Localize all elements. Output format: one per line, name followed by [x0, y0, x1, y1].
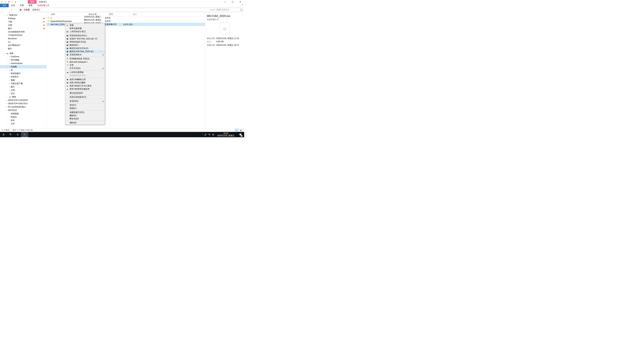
nav-lib-item[interactable]: ▪文档: [0, 88, 46, 92]
nav-tail-item[interactable]: ›▪回收站: [0, 115, 46, 119]
context-menu-item[interactable]: 复制(C): [65, 107, 105, 110]
nav-net-item[interactable]: ▪DESKTOP-LSSOEDP: [0, 98, 46, 102]
nav-quick-item[interactable]: ▪G:\: [0, 40, 46, 43]
nav-net-item[interactable]: ▪DESKTOP-NJEU3CG: [0, 102, 46, 105]
nav-tail-item[interactable]: ›▪控制面板: [0, 112, 46, 115]
nav-net-item[interactable]: ▪PC-20190530OBLA: [0, 105, 46, 109]
context-menu-item[interactable]: ✶用 蜂蜜浏览器 浏览(3): [65, 57, 105, 60]
chevron-right-icon[interactable]: ›: [22, 9, 23, 11]
nav-quick-item[interactable]: ▪下载📌: [0, 20, 46, 23]
nav-desktop-item[interactable]: ›▪OneDrive: [0, 55, 46, 58]
ribbon-tab-view[interactable]: 查看: [26, 4, 35, 7]
context-menu-item[interactable]: ●使用 360进行木马云查杀: [65, 84, 105, 87]
crumb-thispc[interactable]: 此电脑: [23, 8, 30, 11]
context-menu-item[interactable]: 创建快捷方式(S): [65, 111, 105, 114]
nav-quick-item[interactable]: ▪win7重装win7: [0, 43, 46, 47]
check-icon[interactable]: ✔: [4, 0, 7, 3]
context-menu-item[interactable]: ▤上传到有道云笔记: [65, 30, 105, 33]
nav-quick-item[interactable]: ▪YUNQISHI2019: [0, 33, 46, 37]
breadcrumb[interactable]: 💻 › 此电脑 › 文档 (E:) › ▾ ⟳: [18, 8, 215, 12]
nav-quick-item[interactable]: ▪excel表格制作求和: [0, 30, 46, 33]
nav-desktop-item[interactable]: ⌄▪库: [0, 68, 46, 72]
context-menu-item[interactable]: 属性(R): [65, 121, 105, 124]
nav-network[interactable]: ⌄🖧网络: [0, 95, 46, 98]
nav-back-button[interactable]: ←: [1, 8, 5, 12]
chevron-right-icon[interactable]: ›: [31, 9, 31, 11]
view-icons-button[interactable]: ▦: [239, 129, 242, 132]
ribbon-tab-share[interactable]: 共享: [18, 4, 26, 7]
taskbar-clock[interactable]: 16:32 2020/12/25, 星期五: [216, 132, 236, 137]
task-view-button[interactable]: ⧉: [14, 132, 21, 137]
context-menu[interactable]: ◎装载刻录光盘映像▤上传到有道云笔记▦添加到压缩文件(A)...▦添加到 "Wi…: [65, 23, 105, 125]
file-row[interactable]: 📁BaiduNetdiskDownload2020/12/25, 星期五 1..…: [46, 19, 205, 23]
nav-quick-item[interactable]: ▪图片📌: [0, 27, 46, 30]
context-menu-item[interactable]: ✎Edit with Notepad++: [65, 60, 105, 63]
context-menu-item[interactable]: 还原以前的版本(V): [65, 95, 105, 99]
file-row[interactable]: 📁12020/12/15, 星期二 1...文件夹: [46, 16, 205, 19]
nav-tail-item[interactable]: ›▪文件: [0, 122, 46, 125]
nav-up-button[interactable]: ↑: [14, 8, 18, 12]
action-center-icon[interactable]: 💬3: [238, 132, 243, 137]
nav-lib-item[interactable]: ▪保存的图片: [0, 72, 46, 75]
context-menu-item[interactable]: ▦添加到 "Win7x64_2020.zip" (T): [65, 37, 105, 40]
nav-desktop[interactable]: ⌄▬桌面: [0, 52, 46, 55]
context-menu-item[interactable]: ▦用360压缩打开(Q): [65, 40, 105, 43]
taskbar[interactable]: ⊞ 🔍 ⧉ 🗂 ˄ 🔊 中 🖧 16:32 2020/12/25, 星期五 💬3: [0, 132, 244, 137]
maximize-button[interactable]: ▢: [229, 0, 236, 4]
ribbon-tab-home[interactable]: 主页: [9, 4, 18, 7]
address-dropdown-icon[interactable]: ▾: [210, 9, 211, 11]
nav-quick-item[interactable]: ▪Bandicam: [0, 37, 46, 40]
context-menu-item[interactable]: 打开方式(H)▶: [65, 67, 105, 70]
nav-lib-item[interactable]: ▪视频: [0, 78, 46, 82]
nav-lib-item[interactable]: ▪图片: [0, 85, 46, 88]
nav-lib-item[interactable]: ▪本机照片: [0, 75, 46, 78]
nav-desktop-item[interactable]: ›▪此电脑: [0, 65, 46, 68]
context-menu-item[interactable]: ◆使用 360解除占用: [65, 78, 105, 81]
col-size[interactable]: 大小: [125, 13, 138, 16]
nav-forward-button[interactable]: →: [5, 8, 9, 12]
search-input[interactable]: 搜索"文档 (E:)" 🔍: [216, 8, 243, 12]
nav-quick-item[interactable]: ▪文档📌: [0, 23, 46, 27]
context-menu-item[interactable]: 剪切(T): [65, 104, 105, 107]
nav-lib-item[interactable]: ▪天翼云盘下载: [0, 82, 46, 85]
nav-tail-item[interactable]: ›▪软件: [0, 119, 46, 122]
undo-icon[interactable]: ↶: [11, 0, 14, 3]
columns-header[interactable]: 名称 修改日期 类型 大小: [46, 12, 205, 16]
nav-desktop-item[interactable]: ›▪WPS网盘: [0, 58, 46, 62]
taskbar-explorer-icon[interactable]: 🗂: [21, 132, 28, 137]
col-type[interactable]: 类型: [108, 13, 125, 16]
close-icon[interactable]: ✖: [8, 0, 10, 3]
crumb-drive[interactable]: 文档 (E:): [32, 8, 41, 11]
close-button[interactable]: ✕: [236, 0, 244, 4]
context-menu-item[interactable]: 通过QQ发送到: [65, 91, 105, 95]
refresh-icon[interactable]: ⟳: [212, 9, 214, 11]
ribbon-help-icon[interactable]: ?: [240, 4, 244, 7]
ribbon-tab-disctools[interactable]: 光盘映像工具: [35, 4, 52, 7]
contextual-tab-manage[interactable]: 管理: [28, 0, 36, 4]
context-menu-item[interactable]: 重命名(M): [65, 117, 105, 120]
start-button[interactable]: ⊞: [0, 132, 7, 137]
context-menu-item[interactable]: ●使用 360管理右键菜单: [65, 87, 105, 91]
context-menu-item[interactable]: ☁上传到百度网盘: [65, 71, 105, 74]
context-menu-item[interactable]: 刻录光盘映像: [65, 27, 105, 30]
dropdown-icon[interactable]: ▾: [14, 0, 17, 3]
minimize-button[interactable]: —: [221, 0, 229, 4]
context-menu-item[interactable]: ◎装载: [65, 24, 105, 27]
col-name[interactable]: 名称: [50, 13, 87, 16]
taskbar-search-icon[interactable]: 🔍: [7, 132, 14, 137]
context-menu-item[interactable]: 发送到(N)▶: [65, 99, 105, 103]
context-menu-item[interactable]: ◆使用 360强力删除: [65, 81, 105, 84]
nav-quick-access[interactable]: ⌄★快速访问: [0, 13, 46, 17]
nav-lib-item[interactable]: ▪音乐: [0, 92, 46, 95]
nav-net-item[interactable]: ▪ZMT2019: [0, 109, 46, 112]
context-menu-item[interactable]: ▦解压到(F)...: [65, 43, 105, 47]
ribbon-tab-file[interactable]: 文件: [0, 4, 9, 7]
context-menu-item[interactable]: ↗共享: [65, 63, 105, 67]
nav-quick-item[interactable]: ▪图片: [0, 47, 46, 50]
context-menu-item[interactable]: ▦解压到当前文件夹(X): [65, 47, 105, 50]
tray-ime[interactable]: 中: [208, 133, 210, 136]
tray-volume-icon[interactable]: 🔊: [204, 133, 207, 136]
nav-tree[interactable]: ⌄★快速访问 ▪Desktop📌▪下载📌▪文档📌▪图片📌▪excel表格制作求和…: [0, 12, 46, 130]
context-menu-item[interactable]: ▦添加到压缩文件(A)...: [65, 34, 105, 37]
tray-chevron-up-icon[interactable]: ˄: [202, 133, 202, 136]
